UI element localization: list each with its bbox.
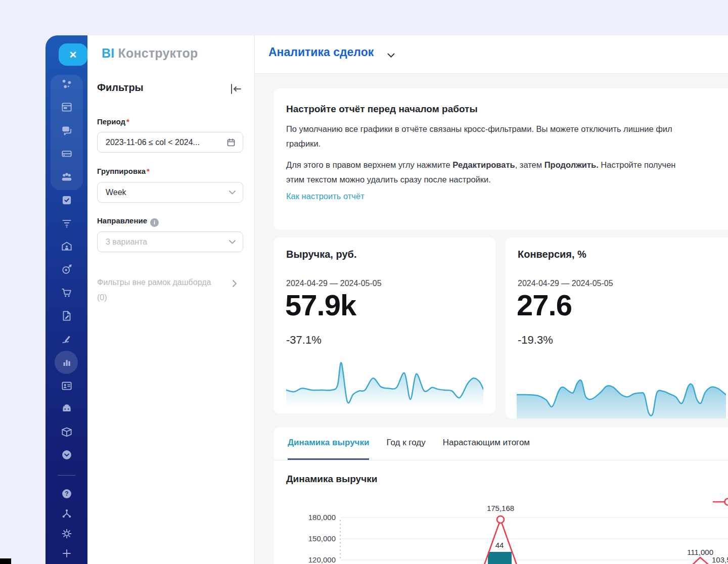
sidebar-item-book-icon[interactable] [60,426,73,439]
sidebar-item-target-icon[interactable] [60,263,73,276]
outer-filters-link[interactable]: Фильтры вне рамок дашборда [97,278,244,287]
direction-label: Направлениеi [97,216,159,227]
logo-bi: BI [102,46,114,60]
notice-line: Для этого в правом верхнем углу нажмите … [286,158,728,172]
chevron-down-icon [229,191,236,195]
outer-filters-count: (0) [97,293,107,302]
notice-line [286,151,728,158]
chart-card: Динамика выручки Год к году Нарастающим … [274,427,728,564]
tab-cumulative[interactable]: Нарастающим итогом [443,427,530,460]
metric-card-conversion: Конверсия, % 2024-04-29 — 2024-05-05 27.… [506,238,728,418]
close-button[interactable]: ✕ [59,43,87,66]
grouping-label: Группировка* [97,167,150,175]
sidebar-item-inbox-icon[interactable] [60,147,73,160]
required-asterisk: * [126,117,129,126]
bar-44[interactable] [488,552,512,564]
svg-text:?: ? [65,490,68,497]
sidebar-item-share-graph-icon[interactable] [60,507,73,520]
sidebar-item-robot-icon[interactable] [60,402,73,415]
sidebar-item-doc-edit-icon[interactable] [60,309,73,322]
app-logo: BI Конструктор [102,46,198,61]
screenshot-root: { "colors": { "accent_blue": "#1563d2", … [0,0,728,564]
required-asterisk: * [147,167,150,175]
tab-year-over-year[interactable]: Год к году [386,427,425,460]
sidebar-rail: ✕ ? [46,35,87,564]
metric-title: Конверсия, % [518,249,586,260]
chart-title: Динамика выручки [286,474,728,485]
metric-period: 2024-04-29 — 2024-05-05 [286,279,382,288]
collapse-panel-icon[interactable] [229,82,243,96]
chevron-right-icon [232,279,237,290]
metric-card-revenue: Выручка, руб. 2024-04-29 — 2024-05-05 57… [274,238,495,413]
gridlines [341,518,728,560]
period-value: 2023-11-06 ≤ col < 2024... [106,138,226,147]
notice-line: этим текстом можно удалить сразу после н… [286,172,728,187]
revenue-dynamics-chart: 180,000 150,000 120,000 175,168 44 111,0… [283,498,728,564]
legend-line-marker [713,499,728,505]
metric-period: 2024-04-29 — 2024-05-05 [518,279,613,288]
tab-bar: Динамика выручки Год к году Нарастающим … [274,427,728,460]
how-to-configure-link[interactable]: Как настроить отчёт [286,192,365,201]
sidebar-divider [58,475,75,476]
sidebar-item-plus-icon[interactable] [60,547,73,560]
sidebar-item-help-icon[interactable]: ? [60,487,73,500]
label-103558: 103,558 [712,555,728,564]
period-input[interactable]: 2023-11-06 ≤ col < 2024... [97,132,243,153]
sidebar-item-community-icon[interactable] [60,77,73,90]
sidebar-item-id-card-icon[interactable] [60,379,73,392]
calendar-icon [226,138,236,147]
direction-placeholder: 3 варианта [106,238,229,247]
metric-delta: -19.3% [518,334,553,347]
sidebar-item-users-icon[interactable] [60,170,73,183]
sidebar-item-browser-card-icon[interactable] [60,101,73,114]
logo-word: Конструктор [118,46,198,60]
notice-line: По умолчанию все графики в отчёте связан… [286,122,728,136]
sidebar-item-chat-icon[interactable] [60,124,73,137]
chevron-down-icon [229,240,236,244]
close-icon: ✕ [69,49,77,61]
sidebar-item-funnel-icon[interactable] [60,216,73,229]
main-header: Аналитика сделок [254,35,728,74]
grouping-select[interactable]: Week [97,182,243,203]
filter-panel: BI Конструктор Фильтры Период* 2023-11-0… [87,35,254,564]
sparkline-chart [517,372,726,418]
direction-select[interactable]: 3 варианта [97,231,243,252]
y-tick-150000: 150,000 [308,534,336,543]
sidebar-item-warehouse-icon[interactable] [60,240,73,253]
label-111000: 111,000 [687,548,713,556]
metric-value: 57.9k [285,288,356,322]
y-tick-180000: 180,000 [308,513,336,522]
metric-title: Выручка, руб. [286,249,356,260]
sparkline-chart [286,359,483,405]
screenshot-artifact [0,558,11,564]
metric-value: 27.6 [517,288,572,322]
notice-body: По умолчанию все графики в отчёте связан… [286,122,728,187]
sidebar-item-bar-chart-icon[interactable] [60,356,73,369]
notice-line: графики. [286,136,728,151]
data-point-marker[interactable] [497,516,504,523]
period-label: Период* [97,117,129,126]
metric-delta: -37.1% [286,334,322,347]
filters-heading: Фильтры [97,82,144,93]
sidebar-item-signature-icon[interactable] [60,333,73,346]
sidebar-item-gear-icon[interactable] [60,527,73,540]
chevron-down-icon[interactable] [387,51,395,60]
tab-revenue-dynamics[interactable]: Динамика выручки [288,427,369,460]
report-title[interactable]: Аналитика сделок [268,45,374,59]
y-tick-120000: 120,000 [308,555,336,564]
sidebar-item-chevron-circle-icon[interactable] [60,448,73,461]
notice-title: Настройте отчёт перед началом работы [286,104,728,115]
label-peak: 175,168 [487,504,514,512]
info-icon[interactable]: i [150,218,159,227]
sidebar-item-cart-icon[interactable] [60,286,73,299]
grouping-value: Week [106,188,229,197]
label-bar: 44 [495,541,504,549]
notice-card: Настройте отчёт перед началом работы По … [274,88,728,230]
sidebar-item-task-check-icon[interactable] [60,194,73,207]
